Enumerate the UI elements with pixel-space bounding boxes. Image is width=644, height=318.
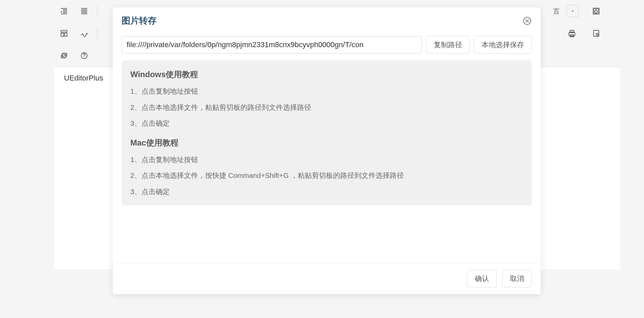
scribble-icon[interactable] <box>77 27 91 40</box>
dialog-header: 图片转存 <box>113 7 541 33</box>
close-icon[interactable] <box>522 16 532 26</box>
toolbar-separator <box>97 28 97 39</box>
layout-icon[interactable] <box>57 27 71 40</box>
help-icon[interactable] <box>77 49 91 62</box>
image-transfer-dialog: 图片转存 复制路径 本地选择保存 Windows使用教程 1、点击复制地址按钮 … <box>113 7 541 294</box>
svg-point-4 <box>596 33 598 35</box>
toolbar-right-1: 言 <box>550 4 606 18</box>
dialog-body: 复制路径 本地选择保存 Windows使用教程 1、点击复制地址按钮 2、点击本… <box>113 33 541 212</box>
svg-rect-2 <box>65 33 67 36</box>
preview-icon[interactable] <box>589 27 603 40</box>
insert-frame-icon[interactable] <box>589 4 603 18</box>
path-input[interactable] <box>122 36 422 54</box>
dialog-footer: 确认 取消 <box>113 263 541 294</box>
tutorial-step: 1、点击复制地址按钮 <box>130 154 523 165</box>
dropdown-caret-icon[interactable] <box>567 5 579 17</box>
svg-rect-1 <box>61 33 64 36</box>
indent-right-icon[interactable] <box>57 4 71 18</box>
local-save-button[interactable]: 本地选择保存 <box>474 36 532 54</box>
windows-tutorial-heading: Windows使用教程 <box>130 69 523 80</box>
svg-rect-0 <box>61 30 67 32</box>
justify-icon[interactable] <box>77 4 91 18</box>
toolbar-separator <box>97 6 97 17</box>
copy-path-button[interactable]: 复制路径 <box>426 36 470 54</box>
mac-tutorial-heading: Mac使用教程 <box>130 137 523 148</box>
tutorial-step: 1、点击复制地址按钮 <box>130 86 523 97</box>
refresh-icon[interactable] <box>57 49 71 62</box>
tutorial-step: 3、点击确定 <box>130 186 523 197</box>
input-row: 复制路径 本地选择保存 <box>122 36 532 54</box>
dialog-title: 图片转存 <box>122 15 157 27</box>
editor-text: UEditorPlus <box>64 74 103 82</box>
language-label-fragment: 言 <box>550 5 562 17</box>
print-icon[interactable] <box>565 27 579 40</box>
confirm-button[interactable]: 确认 <box>467 270 497 287</box>
toolbar-right-2 <box>562 27 606 40</box>
cancel-button[interactable]: 取消 <box>502 270 532 287</box>
tutorial-step: 2、点击本地选择文件，按快捷 Command+Shift+G ，粘贴剪切板的路径… <box>130 170 523 181</box>
tutorial-step: 3、点击确定 <box>130 118 523 129</box>
tutorial-box: Windows使用教程 1、点击复制地址按钮 2、点击本地选择文件，粘贴剪切板的… <box>122 60 532 205</box>
tutorial-step: 2、点击本地选择文件，粘贴剪切板的路径到文件选择路径 <box>130 102 523 113</box>
